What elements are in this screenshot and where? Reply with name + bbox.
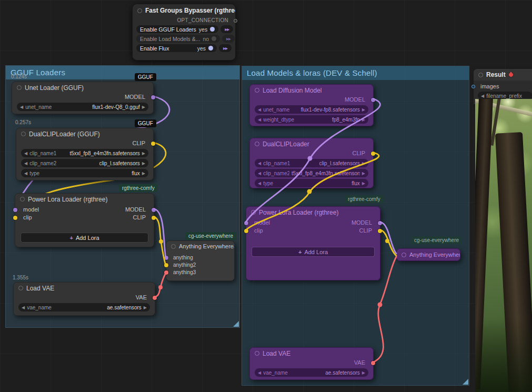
collapse-dot-icon[interactable] <box>255 142 259 146</box>
widget-clip-name2[interactable]: ◀ clip_name2 t5xxl_fp8_e4m3fn.safetensor… <box>255 169 368 177</box>
decrement-arrow-icon[interactable]: ◀ <box>258 161 261 166</box>
collapse-dot-icon[interactable] <box>21 132 26 136</box>
decrement-arrow-icon[interactable]: ◀ <box>24 151 27 156</box>
decrement-arrow-icon[interactable]: ◀ <box>22 305 25 310</box>
node-anything-everywhere3[interactable]: Anything Everywhere3 anything anything2 … <box>166 240 235 281</box>
anything3-input-port[interactable] <box>164 270 168 275</box>
collapse-dot-icon[interactable] <box>18 286 23 290</box>
node-dualcliploader-gguf[interactable]: DualCLIPLoader (GGUF) CLIP ◀ clip_name1 … <box>16 128 154 180</box>
increment-arrow-icon[interactable]: ▶ <box>362 161 365 166</box>
widget-vae-name[interactable]: ◀ vae_name ae.safetensors ▶ <box>255 368 368 377</box>
node-title[interactable]: Result <box>474 69 532 81</box>
clip-output-port[interactable] <box>152 216 156 220</box>
node-title[interactable]: Fast Groups Bypasser (rgthree) <box>133 4 235 17</box>
increment-arrow-icon[interactable]: ▶ <box>142 161 145 166</box>
clip-output-port[interactable] <box>151 142 155 146</box>
node-title[interactable]: Power Lora Loader (rgthree) <box>15 194 154 205</box>
toggle-enable-flux[interactable]: Enable Flux yes <box>136 44 217 52</box>
collapse-dot-icon[interactable] <box>478 73 483 77</box>
toggle-dot-icon[interactable] <box>208 46 213 51</box>
anything2-input-port[interactable] <box>164 263 168 267</box>
increment-arrow-icon[interactable]: ▶ <box>142 171 145 176</box>
decrement-arrow-icon[interactable]: ◀ <box>20 105 23 109</box>
collapse-dot-icon[interactable] <box>17 85 22 90</box>
widget-clip-name1[interactable]: ◀ clip_name1 t5xxl_fp8_e4m3fn.safetensor… <box>21 149 148 157</box>
increment-arrow-icon[interactable]: ▶ <box>362 181 365 186</box>
increment-arrow-icon[interactable]: ▶ <box>142 151 145 156</box>
node-title[interactable]: DualCLIPLoader <box>250 138 373 149</box>
increment-arrow-icon[interactable]: ▶ <box>142 105 145 109</box>
model-input-port[interactable] <box>13 208 17 212</box>
node-power-lora-loader[interactable]: Power Lora Loader (rgthree) model MODEL … <box>15 193 154 247</box>
node-title[interactable]: Anything Everywhere3 <box>166 241 234 252</box>
node-load-vae-bypassed[interactable]: Load VAE VAE ◀ vae_name ae.safetensors ▶ <box>249 347 374 380</box>
decrement-arrow-icon[interactable]: ◀ <box>24 161 27 166</box>
widget-type[interactable]: ◀ type flux ▶ <box>21 169 148 177</box>
collapse-dot-icon[interactable] <box>20 197 25 202</box>
collapse-dot-icon[interactable] <box>255 351 259 356</box>
node-dualcliploader[interactable]: DualCLIPLoader CLIP ◀ clip_name1 clip_l.… <box>249 138 374 188</box>
collapse-dot-icon[interactable] <box>171 244 176 249</box>
node-title[interactable]: Load VAE <box>14 283 155 294</box>
vae-output-port[interactable] <box>153 296 157 300</box>
group-title[interactable]: GGUF Loaders <box>6 66 239 79</box>
group-title[interactable]: Load Models & loras (DEV & Schell) <box>242 66 469 80</box>
decrement-arrow-icon[interactable]: ◀ <box>258 370 261 375</box>
widget-weight-dtype[interactable]: ◀ weight_dtype fp8_e4m3fn ▶ <box>255 115 368 124</box>
anything-input-port[interactable] <box>164 256 168 260</box>
toggle-dot-icon[interactable] <box>212 36 216 41</box>
model-output-port[interactable] <box>378 221 382 225</box>
node-title[interactable]: Load Diffusion Model <box>250 85 373 96</box>
node-title[interactable]: Anything Everywhere3 <box>397 249 460 260</box>
add-lora-button[interactable]: + Add Lora <box>252 247 375 257</box>
decrement-arrow-icon[interactable]: ◀ <box>258 117 261 122</box>
decrement-arrow-icon[interactable]: ◀ <box>481 94 484 98</box>
collapse-dot-icon[interactable] <box>401 253 406 257</box>
increment-arrow-icon[interactable]: ▶ <box>362 171 365 176</box>
clip-input-port[interactable] <box>13 216 17 220</box>
increment-arrow-icon[interactable]: ▶ <box>362 117 365 122</box>
collapse-dot-icon[interactable] <box>255 88 259 93</box>
fast-forward-button[interactable]: ▸▸ <box>219 44 232 52</box>
decrement-arrow-icon[interactable]: ◀ <box>24 171 27 176</box>
node-load-diffusion-model[interactable]: Load Diffusion Model MODEL ◀ unet_name f… <box>249 84 374 126</box>
vae-output-port[interactable] <box>371 361 375 365</box>
node-title[interactable]: Load VAE <box>250 348 373 359</box>
node-anything-everywhere3-bypassed[interactable]: Anything Everywhere3 <box>396 248 460 261</box>
toggle-dot-icon[interactable] <box>210 27 215 32</box>
increment-arrow-icon[interactable]: ▶ <box>362 370 365 375</box>
widget-unet-name[interactable]: ◀ unet_name flux1-dev-Q8_0.gguf ▶ <box>17 103 148 111</box>
widget-vae-name[interactable]: ◀ vae_name ae.safetensors ▶ <box>18 303 150 311</box>
node-load-vae[interactable]: Load VAE VAE ◀ vae_name ae.safetensors ▶ <box>13 282 155 316</box>
increment-arrow-icon[interactable]: ▶ <box>362 107 365 112</box>
increment-arrow-icon[interactable]: ▶ <box>144 305 147 310</box>
opt-connection-port[interactable] <box>234 19 237 23</box>
collapse-dot-icon[interactable] <box>251 210 256 215</box>
node-title[interactable]: Power Lora Loader (rgthree) <box>246 207 380 218</box>
toggle-enable-load-models[interactable]: Enable Load Models &... no <box>136 35 220 43</box>
node-power-lora-loader-bypassed[interactable]: Power Lora Loader (rgthree) model MODEL … <box>246 206 380 280</box>
clip-output-port[interactable] <box>371 152 375 156</box>
decrement-arrow-icon[interactable]: ◀ <box>258 181 261 186</box>
widget-clip-name1[interactable]: ◀ clip_name1 clip_l.safetensors ▶ <box>255 159 368 167</box>
model-input-port[interactable] <box>244 221 248 225</box>
decrement-arrow-icon[interactable]: ◀ <box>258 171 261 176</box>
fast-forward-button[interactable]: ▸▸ <box>220 25 233 33</box>
collapse-dot-icon[interactable] <box>137 8 142 13</box>
model-output-port[interactable] <box>152 208 156 212</box>
add-lora-button[interactable]: + Add Lora <box>21 233 148 243</box>
toggle-enable-gguf-loaders[interactable]: Enable GGUF Loaders yes <box>136 25 218 33</box>
widget-type[interactable]: ◀ type flux ▶ <box>255 179 368 187</box>
node-fast-groups-bypasser[interactable]: Fast Groups Bypasser (rgthree) OPT_CONNE… <box>132 4 236 61</box>
node-title[interactable]: Unet Loader (GGUF) <box>12 82 153 93</box>
fast-forward-button[interactable]: ▸▸ <box>222 35 235 43</box>
images-input-port[interactable] <box>471 85 475 88</box>
model-output-port[interactable] <box>151 95 155 99</box>
clip-output-port[interactable] <box>378 229 382 233</box>
node-title[interactable]: DualCLIPLoader (GGUF) <box>16 128 153 139</box>
clip-input-port[interactable] <box>244 229 248 233</box>
node-graph-canvas[interactable]: GGUF Loaders Load Models & loras (DEV & … <box>0 0 532 392</box>
widget-clip-name2[interactable]: ◀ clip_name2 clip_l.safetensors ▶ <box>21 159 148 167</box>
decrement-arrow-icon[interactable]: ◀ <box>258 107 261 112</box>
widget-unet-name[interactable]: ◀ unet_name flux1-dev-fp8.safetensors ▶ <box>255 105 368 114</box>
